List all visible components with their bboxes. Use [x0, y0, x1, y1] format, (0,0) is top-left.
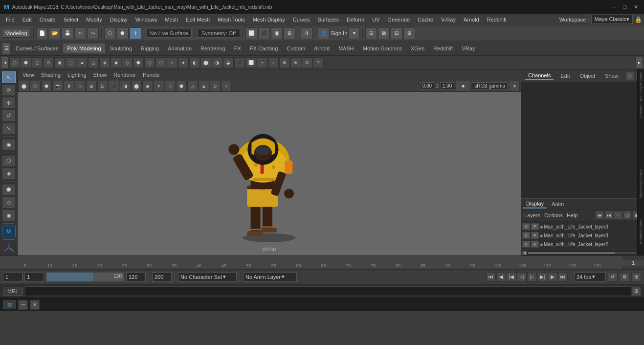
redo-btn[interactable]: ↪	[87, 27, 99, 39]
menu-modify[interactable]: Modify	[82, 16, 106, 23]
gamma-label[interactable]: sRGB gamma	[472, 82, 508, 90]
shelf-icon-1[interactable]: ⬡	[9, 57, 20, 68]
range-end-field[interactable]	[152, 272, 172, 282]
help-menu[interactable]: Help	[567, 212, 578, 218]
shelf-icon-18[interactable]: ⬤	[200, 57, 211, 68]
menu-surfaces[interactable]: Surfaces	[314, 16, 343, 23]
shelf-icon-14[interactable]: ⬡	[155, 57, 166, 68]
vp-icon5[interactable]: ⏸	[64, 81, 74, 92]
menu-mesh[interactable]: Mesh	[161, 16, 182, 23]
shelf-icon-17[interactable]: ◐	[189, 57, 200, 68]
layout-btn4[interactable]: ⊞	[403, 27, 415, 39]
layer-nav-btn1[interactable]: ⏮	[595, 211, 604, 220]
anim-range-slider[interactable]: 120	[46, 272, 124, 282]
select-tool-btn[interactable]: ↖	[2, 71, 16, 83]
vp-icon7[interactable]: ⊞	[86, 81, 97, 92]
layers-menu[interactable]: Layers	[524, 212, 540, 218]
mel-label[interactable]: MEL	[3, 287, 23, 296]
maximize-btn[interactable]: □	[621, 2, 629, 11]
menu-select[interactable]: Select	[60, 16, 83, 23]
close-btn[interactable]: ✕	[631, 2, 640, 11]
sign-in-icon[interactable]: 👤	[318, 27, 330, 39]
snap-vertex-btn[interactable]: ⬟	[2, 184, 16, 196]
minimize-btn[interactable]: ─	[610, 2, 619, 11]
menu-uv[interactable]: UV	[368, 16, 383, 23]
menu-mesh-display[interactable]: Mesh Display	[249, 16, 289, 23]
save-btn[interactable]: 💾	[62, 27, 73, 39]
layout-btn1[interactable]: ⊟	[365, 27, 377, 39]
paint-select-btn[interactable]: ◈	[2, 168, 16, 180]
next-frame-btn[interactable]: ▶	[548, 272, 557, 282]
shelf-icon-28[interactable]: ?	[313, 57, 324, 68]
go-to-start-btn[interactable]: ⏮	[486, 272, 496, 282]
open-btn[interactable]: 📂	[49, 27, 61, 39]
new-file-btn[interactable]: 📄	[36, 27, 48, 39]
vp-icon2[interactable]: ⬡	[30, 81, 41, 92]
shelf-icon-19[interactable]: ◑	[212, 57, 222, 68]
shelf-icon-3[interactable]: ◻	[32, 57, 43, 68]
vp-icon11[interactable]: ⬤	[131, 81, 142, 92]
shelf-icon-7[interactable]: ▲	[77, 57, 88, 68]
snap-edge-btn[interactable]: ◇	[2, 197, 16, 208]
viewport-canvas[interactable]: persp	[18, 92, 521, 255]
vp-icon15[interactable]: ⬟	[176, 81, 187, 92]
layer-nav-btn4[interactable]: ⬡	[623, 211, 632, 220]
end-frame-field[interactable]	[126, 272, 146, 282]
vp-icon17[interactable]: ▲	[199, 81, 209, 92]
layer-nav-btn3[interactable]: +	[614, 211, 622, 220]
scroll-left-btn[interactable]: ◂	[522, 251, 527, 255]
tab-custom[interactable]: Custom	[283, 44, 309, 53]
menu-edit-mesh[interactable]: Edit Mesh	[182, 16, 214, 23]
shelf-icon-20[interactable]: ◒	[223, 57, 234, 68]
options-menu[interactable]: Options	[544, 212, 563, 218]
scale-tool-btn[interactable]: ⤡	[2, 123, 16, 135]
shelf-icon-11[interactable]: ◇	[122, 57, 133, 68]
tab-sculpting[interactable]: Sculpting	[106, 44, 136, 53]
menu-curves[interactable]: Curves	[289, 16, 314, 23]
range-start-field[interactable]	[24, 272, 44, 282]
view-btn4[interactable]: ⊞	[284, 27, 295, 39]
lasso-select-btn[interactable]: ⬡	[2, 155, 16, 167]
layer3-p-btn[interactable]: P	[531, 241, 539, 248]
undo-btn[interactable]: ↩	[74, 27, 86, 39]
vp-menu-view[interactable]: View	[20, 71, 37, 79]
start-frame-field[interactable]	[3, 272, 22, 282]
anim-layer-dropdown[interactable]: No Anim Layer ▾	[243, 272, 297, 282]
layer2-v-btn[interactable]: V	[522, 232, 530, 239]
channels-tab[interactable]: Channels	[525, 71, 554, 80]
tab-motion-graphics[interactable]: Motion Graphics	[359, 44, 406, 53]
pause-btn[interactable]: ⏸	[301, 27, 312, 39]
shelf-icon-8[interactable]: △	[88, 57, 99, 68]
view-btn2[interactable]: ⬛	[258, 27, 270, 39]
gamma-color-btn[interactable]: ■	[456, 81, 470, 92]
shelf-icon-21[interactable]: ⬛	[234, 57, 245, 68]
render-region-btn[interactable]: ▣	[2, 209, 16, 221]
mel-run-btn[interactable]: ⊞	[631, 286, 641, 296]
lasso-btn[interactable]: ⬢	[117, 27, 129, 39]
tab-xgen[interactable]: XGen	[407, 44, 428, 53]
menu-windows[interactable]: Windows	[132, 16, 161, 23]
vp-icon14[interactable]: ◇	[165, 81, 176, 92]
vp-menu-renderer[interactable]: Renderer	[111, 71, 139, 79]
vp-icon8[interactable]: ⊡	[97, 81, 108, 92]
rotate-tool-btn[interactable]: ↺	[2, 110, 16, 121]
shelf-icon-22[interactable]: ⬜	[245, 57, 256, 68]
prev-key-btn[interactable]: |◀	[507, 272, 516, 282]
menu-edit[interactable]: Edit	[19, 16, 36, 23]
show-tab[interactable]: Show	[602, 72, 622, 80]
select-tool-btn[interactable]: ⬡	[104, 27, 116, 39]
vp-icon13[interactable]: ✦	[154, 81, 164, 92]
layer2-name[interactable]: Man_with_Life_Jacket_layer3	[544, 233, 643, 238]
maya-task-btn[interactable]: M	[3, 300, 16, 309]
live-surface-dropdown[interactable]: No Live Surface	[147, 29, 192, 38]
vp-menu-lighting[interactable]: Lighting	[65, 71, 89, 79]
menu-deform[interactable]: Deform	[343, 16, 368, 23]
shelf-icon-27[interactable]: ⊘	[302, 57, 312, 68]
tab-poly-modeling[interactable]: Poly Modeling	[63, 44, 105, 53]
shelf-icon-6[interactable]: ◌	[66, 57, 76, 68]
shelf-icon-15[interactable]: ○	[167, 57, 178, 68]
menu-create[interactable]: Create	[36, 16, 60, 23]
vp-icon10[interactable]: ◨	[120, 81, 131, 92]
vp-icon18[interactable]: ⊙	[210, 81, 221, 92]
menu-mesh-tools[interactable]: Mesh Tools	[214, 16, 248, 23]
